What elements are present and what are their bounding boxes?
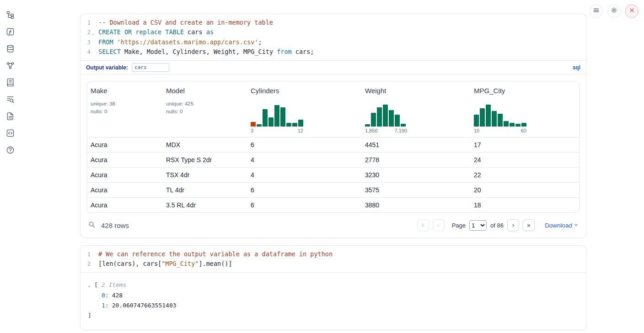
close-icon bbox=[628, 7, 635, 16]
line-number: 2 bbox=[80, 259, 91, 269]
histogram-bar bbox=[389, 110, 394, 127]
document-icon[interactable] bbox=[5, 111, 15, 121]
dependency-graph-icon[interactable] bbox=[5, 61, 15, 70]
line-number: 2 bbox=[80, 28, 91, 38]
histogram-bar bbox=[286, 123, 291, 127]
menu-button[interactable] bbox=[590, 5, 603, 18]
histogram-axis-labels: 10 60 bbox=[474, 128, 526, 133]
column-header-mpg-city[interactable]: MPG_City 10 60 bbox=[471, 81, 579, 137]
tree-entry: 1: 20.060747663551403 bbox=[88, 301, 579, 311]
histogram-bar bbox=[292, 123, 297, 127]
table-row: Acura MDX 6 4451 17 bbox=[87, 137, 579, 152]
items-count-label: 2 Items bbox=[102, 280, 127, 290]
histogram-bar bbox=[474, 115, 479, 127]
open-bracket: [ bbox=[94, 280, 98, 290]
file-tree-icon[interactable] bbox=[5, 10, 15, 19]
fold-chevron-icon[interactable]: ⌄ bbox=[91, 28, 96, 38]
output-variable-input[interactable] bbox=[132, 63, 169, 72]
sql-code-editor[interactable]: 1-- Download a CSV and create an in-memo… bbox=[80, 14, 586, 60]
tree-entry-key: 1: bbox=[102, 301, 109, 311]
table-row: Acura TSX 4dr 4 3230 22 bbox=[87, 167, 579, 182]
menu-icon bbox=[593, 7, 600, 16]
scratchpad-function-icon[interactable] bbox=[5, 27, 15, 36]
chevron-right-icon: › bbox=[512, 222, 515, 229]
code-line: 2[len(cars), cars["MPG_City"].mean()] bbox=[80, 259, 586, 269]
histogram-bar bbox=[498, 114, 503, 127]
python-cell: 1# We can reference the output variable … bbox=[80, 245, 586, 330]
logs-search-icon[interactable] bbox=[5, 95, 15, 104]
histogram-bar bbox=[383, 105, 388, 127]
data-table: Make unique: 38 nulls: 0 Model unique: 4… bbox=[87, 81, 580, 213]
table-row: Acura TL 4dr 6 3575 20 bbox=[87, 182, 579, 197]
histogram-bar bbox=[268, 117, 274, 127]
search-button[interactable] bbox=[88, 221, 96, 230]
histogram-bar bbox=[377, 107, 382, 127]
fold-spacer bbox=[91, 38, 96, 48]
sql-cell: 1-- Download a CSV and create an in-memo… bbox=[80, 14, 586, 238]
page-total-label: of 86 bbox=[490, 222, 504, 229]
page-select[interactable]: 1 bbox=[469, 220, 487, 231]
chevron-down-icon bbox=[574, 222, 579, 229]
table-row: Acura 3.5 RL 4dr 6 3880 18 bbox=[87, 197, 579, 212]
close-button[interactable] bbox=[625, 5, 639, 18]
fold-spacer bbox=[91, 259, 96, 269]
gear-icon bbox=[611, 7, 617, 16]
histogram-bar bbox=[365, 124, 370, 127]
histogram-axis-labels: 1,850 7,190 bbox=[365, 128, 407, 133]
help-icon[interactable] bbox=[5, 145, 15, 154]
column-header-model[interactable]: Model unique: 425 nulls: 0 bbox=[163, 81, 247, 137]
table-output: Make unique: 38 nulls: 0 Model unique: 4… bbox=[80, 74, 586, 215]
tree-entry-key: 0: bbox=[102, 291, 109, 301]
search-icon bbox=[88, 221, 96, 230]
snippets-code-icon[interactable] bbox=[5, 128, 15, 137]
line-number: 3 bbox=[80, 38, 91, 48]
notebook-icon[interactable] bbox=[5, 78, 15, 87]
next-page-button[interactable]: › bbox=[507, 219, 519, 231]
download-button[interactable]: Download bbox=[545, 222, 579, 229]
page-label: Page bbox=[452, 222, 466, 229]
histogram-bar bbox=[395, 115, 400, 127]
histogram-bar bbox=[257, 124, 262, 127]
collapse-toggle-icon[interactable]: ⌄ bbox=[88, 280, 94, 291]
table-row: Acura RSX Type S 2dr 4 2778 24 bbox=[87, 152, 579, 167]
code-line: 3FROM 'https://datasets.marimo.app/cars.… bbox=[80, 38, 586, 48]
fold-spacer bbox=[91, 250, 96, 259]
line-number: 1 bbox=[80, 250, 91, 259]
histogram-bar bbox=[401, 124, 406, 127]
mpg-city-histogram bbox=[474, 104, 526, 127]
settings-button[interactable] bbox=[607, 5, 621, 18]
sidebar bbox=[0, 0, 20, 333]
tree-entry-value: 428 bbox=[112, 291, 123, 301]
weight-histogram bbox=[365, 104, 407, 127]
histogram-bar bbox=[280, 107, 285, 127]
column-header-make[interactable]: Make unique: 38 nulls: 0 bbox=[87, 81, 163, 137]
python-code-editor[interactable]: 1# We can reference the output variable … bbox=[80, 246, 586, 272]
histogram-bar bbox=[504, 121, 509, 127]
first-page-button[interactable]: « bbox=[417, 219, 429, 231]
code-line: 1-- Download a CSV and create an in-memo… bbox=[80, 18, 586, 28]
line-number: 4 bbox=[80, 48, 91, 57]
histogram-bar bbox=[521, 123, 526, 127]
chevrons-right-icon: » bbox=[527, 222, 531, 229]
line-number: 1 bbox=[80, 18, 91, 28]
histogram-bar bbox=[251, 122, 256, 127]
histogram-bar bbox=[371, 113, 376, 127]
fold-spacer bbox=[91, 48, 96, 57]
column-header-weight[interactable]: Weight 1,850 7,190 bbox=[362, 81, 471, 137]
code-line: 2⌄CREATE OR replace TABLE cars as bbox=[80, 28, 586, 38]
database-icon[interactable] bbox=[5, 44, 15, 53]
histogram-bar bbox=[515, 124, 521, 127]
column-header-cylinders[interactable]: Cylinders 3 12 bbox=[247, 81, 362, 137]
cylinders-histogram bbox=[251, 104, 303, 127]
histogram-bar bbox=[263, 109, 268, 127]
histogram-bar bbox=[486, 105, 491, 127]
last-page-button[interactable]: » bbox=[523, 219, 535, 231]
previous-page-button[interactable]: ‹ bbox=[433, 219, 445, 231]
close-bracket: ] bbox=[88, 311, 91, 321]
output-variable-label: Output variable: bbox=[86, 64, 128, 71]
output-variable-row: Output variable: sql bbox=[80, 60, 586, 74]
column-stats: unique: 425 nulls: 0 bbox=[166, 100, 246, 115]
chevron-left-icon: ‹ bbox=[437, 222, 440, 229]
tree-entry: 0: 428 bbox=[88, 291, 579, 301]
row-count-label: 428 rows bbox=[101, 222, 129, 229]
